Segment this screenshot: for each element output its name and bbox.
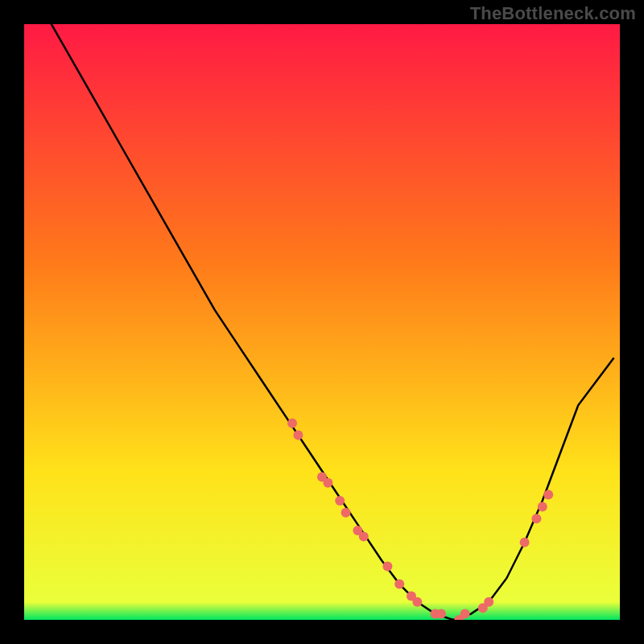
data-marker	[538, 502, 547, 511]
data-marker	[382, 561, 392, 571]
data-marker	[287, 419, 297, 428]
data-marker	[394, 580, 404, 589]
plot-area	[24, 24, 620, 620]
watermark: TheBottleneck.com	[470, 3, 636, 24]
data-marker	[293, 431, 303, 440]
data-marker	[436, 609, 446, 619]
data-marker	[484, 597, 493, 607]
data-marker	[359, 531, 369, 541]
data-marker	[412, 597, 422, 607]
data-marker	[323, 478, 332, 488]
chart-frame: TheBottleneck.com	[0, 0, 644, 644]
data-marker	[341, 508, 351, 518]
data-marker	[460, 609, 470, 619]
data-marker	[520, 538, 530, 547]
data-marker	[335, 496, 345, 506]
data-marker	[531, 514, 541, 523]
data-marker	[543, 490, 553, 500]
plot-svg	[24, 24, 620, 620]
